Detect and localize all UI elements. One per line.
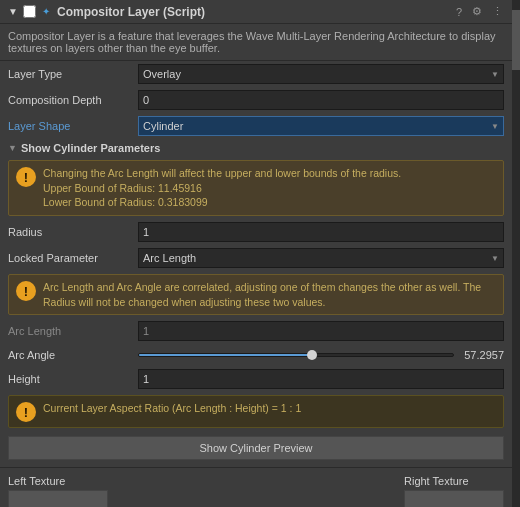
left-texture-label: Left Texture: [8, 475, 65, 487]
arc-angle-value: 57.2957: [454, 349, 504, 361]
radius-label: Radius: [8, 226, 138, 238]
layer-type-row: Layer Type Overlay ▼: [0, 61, 512, 87]
panel-content: ▼ ✦ Compositor Layer (Script) ? ⚙ ⋮ Comp…: [0, 0, 512, 507]
aspect-ratio-box: ! Current Layer Aspect Ratio (Arc Length…: [8, 395, 504, 428]
arc-angle-slider-track[interactable]: [138, 353, 454, 357]
right-texture-label: Right Texture: [404, 475, 469, 487]
height-label: Height: [8, 373, 138, 385]
warning-icon-2: !: [16, 281, 36, 301]
composition-depth-row: Composition Depth 0: [0, 87, 512, 113]
layer-type-label: Layer Type: [8, 68, 138, 80]
warning-box-2: ! Arc Length and Arc Angle are correlate…: [8, 274, 504, 315]
aspect-ratio-icon: !: [16, 402, 36, 422]
layer-shape-dropdown[interactable]: Cylinder ▼: [138, 116, 504, 136]
layer-shape-arrow: ▼: [491, 122, 499, 131]
arc-length-input[interactable]: [138, 321, 504, 341]
arc-length-label: Arc Length: [8, 325, 138, 337]
warning-box-1: ! Changing the Arc Length will affect th…: [8, 160, 504, 216]
textures-section: Left Texture None (Texture) Select Right…: [0, 470, 512, 507]
left-texture-box[interactable]: None (Texture): [8, 490, 108, 507]
section-toggle-icon: ▼: [8, 143, 17, 153]
script-icon: ✦: [39, 5, 53, 19]
right-texture-group: Right Texture None (Texture) Select: [404, 475, 504, 507]
show-cylinder-preview-button[interactable]: Show Cylinder Preview: [8, 436, 504, 460]
scrollbar[interactable]: [512, 0, 520, 507]
arc-length-row: Arc Length: [0, 318, 512, 344]
title-bar: ▼ ✦ Compositor Layer (Script) ? ⚙ ⋮: [0, 0, 512, 24]
locked-parameter-row: Locked Parameter Arc Length ▼: [0, 245, 512, 271]
component-checkbox[interactable]: [23, 5, 36, 18]
arc-angle-slider-container: [138, 353, 454, 357]
composition-depth-input[interactable]: 0: [138, 90, 504, 110]
help-button[interactable]: ?: [453, 4, 465, 19]
cylinder-section-header[interactable]: ▼ Show Cylinder Parameters: [0, 139, 512, 157]
arc-angle-slider-thumb[interactable]: [307, 350, 317, 360]
locked-parameter-dropdown[interactable]: Arc Length ▼: [138, 248, 504, 268]
left-texture-group: Left Texture None (Texture) Select: [8, 475, 108, 507]
locked-parameter-arrow: ▼: [491, 254, 499, 263]
radius-row: Radius: [0, 219, 512, 245]
panel-title: Compositor Layer (Script): [57, 5, 449, 19]
warning-text-1: Changing the Arc Length will affect the …: [43, 166, 401, 210]
layer-type-dropdown[interactable]: Overlay ▼: [138, 64, 504, 84]
warning-icon-1: !: [16, 167, 36, 187]
layer-type-arrow: ▼: [491, 70, 499, 79]
layer-shape-value: Cylinder: [143, 120, 183, 132]
height-row: Height: [0, 366, 512, 392]
locked-parameter-label: Locked Parameter: [8, 252, 138, 264]
settings-button[interactable]: ⚙: [469, 4, 485, 19]
height-input[interactable]: [138, 369, 504, 389]
arc-angle-row: Arc Angle 57.2957: [0, 344, 512, 366]
aspect-ratio-text: Current Layer Aspect Ratio (Arc Length :…: [43, 401, 301, 416]
description-box: Compositor Layer is a feature that lever…: [0, 24, 512, 61]
divider-1: [0, 467, 512, 468]
composition-depth-label: Composition Depth: [8, 94, 138, 106]
warning-text-2: Arc Length and Arc Angle are correlated,…: [43, 280, 496, 309]
collapse-icon[interactable]: ▼: [6, 5, 20, 19]
title-actions: ? ⚙ ⋮: [453, 4, 506, 19]
scrollbar-thumb[interactable]: [512, 10, 520, 70]
title-bar-icons: ▼ ✦: [6, 5, 53, 19]
radius-input[interactable]: [138, 222, 504, 242]
layer-shape-label: Layer Shape: [8, 120, 138, 132]
menu-button[interactable]: ⋮: [489, 4, 506, 19]
right-texture-box[interactable]: None (Texture): [404, 490, 504, 507]
cylinder-section-title: Show Cylinder Parameters: [21, 142, 160, 154]
main-wrapper: ▼ ✦ Compositor Layer (Script) ? ⚙ ⋮ Comp…: [0, 0, 520, 507]
arc-angle-slider-fill: [139, 354, 312, 356]
layer-shape-row: Layer Shape Cylinder ▼: [0, 113, 512, 139]
description-text: Compositor Layer is a feature that lever…: [8, 30, 496, 54]
locked-parameter-value: Arc Length: [143, 252, 196, 264]
layer-type-value: Overlay: [143, 68, 181, 80]
arc-angle-label: Arc Angle: [8, 349, 138, 361]
